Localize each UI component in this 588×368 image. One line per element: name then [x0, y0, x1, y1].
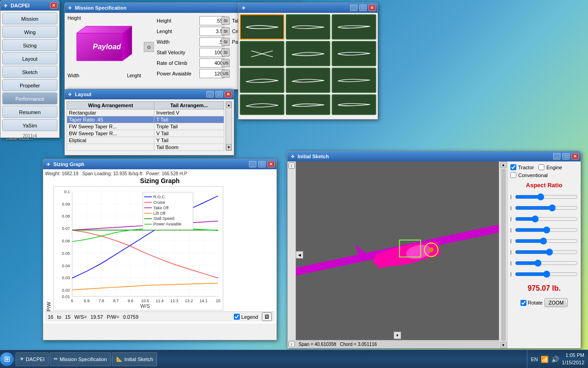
layout-cell-4-0[interactable]: Eliptical — [67, 137, 154, 144]
stall-vel-input[interactable] — [199, 48, 225, 57]
airfoil-cell-9[interactable] — [332, 68, 376, 93]
engine-checkbox[interactable] — [538, 164, 544, 170]
dacpei-titlebar[interactable]: ✈ DACPEI ✕ — [0, 0, 59, 11]
layout-cell-0-1[interactable]: Inverted V — [154, 109, 224, 116]
propeller-button[interactable]: Propeller — [2, 79, 57, 91]
layout-cell-1-0[interactable]: Taper Ratio .45 — [67, 116, 154, 123]
sketch-titlebar[interactable]: ✈ Initial Sketch _ □ ✕ — [288, 151, 581, 161]
sizing-button[interactable]: Sizing — [2, 39, 57, 51]
power-input[interactable] — [199, 69, 225, 78]
airfoil-cell-2[interactable] — [286, 14, 330, 40]
layout-cell-5-0[interactable] — [67, 144, 154, 151]
layout-minimize-button[interactable]: _ — [206, 91, 214, 98]
width-input[interactable] — [199, 37, 225, 46]
sketch-tool-1[interactable]: ↕ — [288, 162, 295, 169]
sketch-minimize-button[interactable]: _ — [553, 153, 560, 160]
slider-6[interactable] — [515, 248, 578, 256]
layout-scrollbar[interactable]: ▲ ▼ — [226, 101, 232, 151]
sketch-tool-2[interactable]: ↕ — [288, 341, 295, 347]
airfoil-cell-12[interactable] — [332, 94, 376, 115]
power-unit-btn[interactable]: US — [221, 69, 230, 78]
right-scroll-down[interactable]: ▼ — [500, 342, 507, 348]
layout-cell-5-1[interactable]: Tail Boom — [154, 144, 224, 151]
scroll-thumb[interactable] — [226, 108, 232, 144]
yasim-button[interactable]: YaSim — [2, 119, 57, 131]
slider-7[interactable] — [515, 259, 578, 267]
conventional-checkbox[interactable] — [510, 172, 516, 178]
sizing-close-button[interactable]: ✕ — [267, 161, 275, 167]
airfoil-cell-7[interactable] — [240, 68, 284, 93]
tray-clock[interactable]: 1:05 PM 1/15/2012 — [562, 352, 584, 366]
graph-icon-button[interactable]: 🖼 — [262, 312, 272, 321]
wing-button[interactable]: Wing — [2, 26, 57, 38]
layout-row-2[interactable]: FW Sweep Taper R... Triple Tail — [67, 123, 224, 130]
length-input[interactable] — [199, 27, 225, 36]
layout-close-button[interactable]: ✕ — [225, 91, 232, 98]
layout-row-4[interactable]: Eliptical Y Tail — [67, 137, 224, 144]
slider-5[interactable] — [515, 237, 578, 245]
sizing-minimize-button[interactable]: _ — [249, 161, 256, 167]
layout-row-1[interactable]: Taper Ratio .45 T Tail — [67, 116, 224, 123]
airfoil-maximize-button[interactable]: □ — [359, 5, 367, 11]
aspect-ratio-slider-2[interactable] — [515, 204, 578, 212]
layout-cell-4-1[interactable]: Y Tail — [154, 137, 224, 144]
height-unit-btn[interactable]: SI — [221, 17, 230, 25]
start-button[interactable]: ⊞ — [0, 352, 14, 366]
airfoil-cell-5[interactable] — [286, 41, 330, 66]
stall-vel-unit-btn[interactable]: SI — [221, 48, 230, 57]
sketch-maximize-button[interactable]: □ — [562, 153, 570, 160]
slider-3[interactable] — [515, 215, 578, 223]
layout-titlebar[interactable]: ✈ Layout _ □ ✕ — [65, 89, 234, 99]
performance-button[interactable]: Performance — [2, 92, 57, 104]
airfoil-cell-10[interactable] — [240, 94, 284, 115]
airfoil-cell-6[interactable] — [332, 41, 376, 66]
layout-cell-2-0[interactable]: FW Sweep Taper R... — [67, 123, 154, 130]
legend-checkbox[interactable] — [234, 314, 240, 320]
scroll-up-arrow[interactable]: ▲ — [226, 102, 232, 108]
layout-cell-0-0[interactable]: Rectangular — [67, 109, 154, 116]
layout-row-5[interactable]: Tail Boom — [67, 144, 224, 151]
layout-cell-1-1[interactable]: T Tail — [154, 116, 224, 123]
sizing-maximize-button[interactable]: □ — [258, 161, 266, 167]
dacpei-close-button[interactable]: ✕ — [50, 2, 57, 9]
layout-button[interactable]: Layout — [2, 52, 57, 64]
slider-4[interactable] — [515, 226, 578, 234]
zoom-button[interactable]: ZOOM — [544, 298, 568, 307]
rotate-checkbox[interactable] — [520, 300, 526, 306]
aspect-ratio-slider-1[interactable] — [515, 193, 578, 201]
scroll-bottom-btn[interactable]: ▼ — [394, 332, 401, 339]
right-scroll-up[interactable]: ▲ — [500, 161, 507, 168]
airfoil-minimize-button[interactable]: _ — [350, 5, 357, 11]
tractor-checkbox[interactable] — [510, 164, 516, 170]
roc-unit-btn[interactable]: US — [221, 59, 230, 67]
layout-maximize-button[interactable]: □ — [215, 91, 223, 98]
sketch-close-button[interactable]: ✕ — [571, 153, 579, 160]
slider-8[interactable] — [515, 270, 578, 278]
resumen-button[interactable]: Resumen — [2, 106, 57, 118]
taskbar-dacpei-button[interactable]: ✈ DACPEI — [16, 352, 49, 366]
sketch-button[interactable]: Sketch — [2, 66, 57, 78]
roc-input[interactable] — [199, 58, 225, 68]
airfoil-cell-3[interactable] — [332, 14, 376, 40]
center-button[interactable]: ⊙ — [144, 42, 154, 52]
layout-cell-3-1[interactable]: V Tail — [154, 130, 224, 137]
sizing-graph-titlebar[interactable]: ✈ Sizing Graph _ □ ✕ — [43, 159, 277, 169]
scroll-down-arrow[interactable]: ▼ — [226, 144, 232, 150]
layout-row-0[interactable]: Rectangular Inverted V — [67, 109, 224, 116]
airfoil-cell-8[interactable] — [286, 68, 330, 93]
mission-button[interactable]: Mission — [2, 12, 57, 24]
airfoil-titlebar[interactable]: ✈ _ □ ✕ — [238, 3, 378, 13]
layout-cell-3-0[interactable]: BW Sweep Taper R... — [67, 130, 154, 137]
width-unit-btn[interactable]: SI — [221, 38, 230, 46]
taskbar-sketch-button[interactable]: 📐 Initial Sketch — [112, 352, 157, 366]
airfoil-cell-4[interactable] — [240, 41, 284, 66]
height-input[interactable] — [199, 16, 225, 25]
airfoil-close-button[interactable]: ✕ — [368, 5, 376, 11]
scroll-left-btn[interactable]: ◀ — [296, 251, 303, 259]
layout-row-3[interactable]: BW Sweep Taper R... V Tail — [67, 130, 224, 137]
airfoil-cell-1[interactable] — [240, 14, 284, 40]
layout-cell-2-1[interactable]: Triple Tail — [154, 123, 224, 130]
airfoil-cell-11[interactable] — [286, 94, 330, 115]
length-unit-btn[interactable]: SI — [221, 27, 230, 35]
taskbar-mission-button[interactable]: ✏ Mission Specification — [50, 352, 111, 366]
